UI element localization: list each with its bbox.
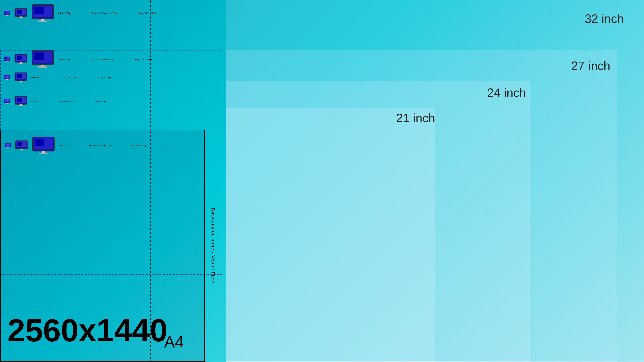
svg-rect-60 <box>42 151 45 153</box>
monitor-icon-lg5 <box>32 136 55 155</box>
monitor-icon-lg1 <box>31 4 54 23</box>
monitor-icon-sm2 <box>3 56 11 62</box>
svg-rect-24 <box>18 63 23 64</box>
svg-rect-33 <box>6 80 8 80</box>
svg-rect-18 <box>6 61 8 61</box>
resolution-box: Arial 12pt Times New Roman 12pt Segoe UI… <box>0 130 205 362</box>
svg-rect-3 <box>6 15 8 15</box>
svg-rect-13 <box>41 19 44 20</box>
svg-rect-23 <box>20 62 22 63</box>
label-27inch: 27 inch <box>571 59 610 73</box>
svg-rect-37 <box>20 81 22 82</box>
font-labels-row4: Arial 8.2pt Times New Roman 8.2pt Segoe … <box>31 100 106 102</box>
svg-rect-38 <box>18 82 23 82</box>
svg-rect-29 <box>38 66 47 68</box>
monitor-icon-sm5 <box>4 143 12 149</box>
svg-rect-12 <box>34 7 44 14</box>
monitor-icon-sm1 <box>3 10 11 16</box>
svg-rect-32 <box>6 79 8 80</box>
a4-label: A4 <box>164 333 184 351</box>
svg-rect-2 <box>5 11 8 13</box>
svg-rect-50 <box>7 147 8 148</box>
font-labels-row1: Arial 12.55pt Times New Roman 12.55pt Se… <box>58 12 156 15</box>
monitor-icon-sm3 <box>3 75 11 81</box>
resolution-text: 2560x1440 <box>8 312 168 349</box>
svg-rect-36 <box>17 74 22 78</box>
svg-rect-47 <box>18 105 23 106</box>
row-1255: Arial 12.55pt Times New Roman 12.55pt Se… <box>3 4 156 23</box>
svg-rect-46 <box>20 104 22 105</box>
svg-rect-31 <box>5 75 9 79</box>
svg-rect-55 <box>20 149 22 150</box>
monitor-icon-md1 <box>14 8 28 19</box>
svg-rect-49 <box>6 144 10 147</box>
row-1058: Arial 10.58pt Times New Roman 10.58pt Se… <box>3 50 152 69</box>
visual-field-container: Визуальное поле / Visual Field <box>205 130 222 362</box>
svg-rect-8 <box>20 16 22 17</box>
monitor-icon-md5 <box>15 140 28 151</box>
monitor-icon-md3 <box>14 72 28 83</box>
svg-rect-19 <box>6 61 8 62</box>
svg-rect-17 <box>5 57 8 59</box>
svg-rect-51 <box>6 148 9 148</box>
svg-rect-42 <box>6 103 8 104</box>
font-labels-row5: Arial 12pt Times New Roman 12pt Segoe UI… <box>58 144 147 147</box>
monitor-icon-sm4 <box>3 98 11 104</box>
visual-field-text: Визуальное поле / Visual Field <box>210 208 216 284</box>
monitor-icon-md4 <box>14 96 28 107</box>
svg-rect-22 <box>17 55 22 59</box>
svg-rect-56 <box>19 150 24 150</box>
svg-rect-59 <box>35 139 44 146</box>
svg-rect-41 <box>6 103 8 103</box>
monitor-icon-lg2 <box>31 50 54 69</box>
label-24inch: 24 inch <box>487 86 526 100</box>
svg-rect-54 <box>18 142 22 146</box>
svg-rect-27 <box>34 52 44 60</box>
vline-bottom <box>150 130 150 362</box>
svg-rect-28 <box>41 65 44 66</box>
font-labels-row2: Arial 10.58pt Times New Roman 10.58pt Se… <box>58 58 152 60</box>
svg-rect-14 <box>38 20 47 22</box>
font-labels-row3: Arial 9.4pt Times New Roman 9.4pt Segoe … <box>31 77 111 79</box>
row-94: Arial 9.4pt Times New Roman 9.4pt Segoe … <box>3 72 111 83</box>
size-rect-21 <box>226 108 435 362</box>
label-21inch: 21 inch <box>396 111 435 125</box>
svg-rect-7 <box>17 10 22 14</box>
svg-rect-4 <box>6 15 8 16</box>
svg-rect-61 <box>39 153 48 154</box>
svg-rect-9 <box>18 17 23 18</box>
svg-rect-45 <box>17 98 22 102</box>
svg-rect-40 <box>5 99 9 102</box>
label-32inch: 32 inch <box>585 12 624 26</box>
row-82: Arial 8.2pt Times New Roman 8.2pt Segoe … <box>3 96 106 107</box>
monitor-icon-md2 <box>14 54 28 65</box>
row-12: Arial 12pt Times New Roman 12pt Segoe UI… <box>4 136 147 155</box>
